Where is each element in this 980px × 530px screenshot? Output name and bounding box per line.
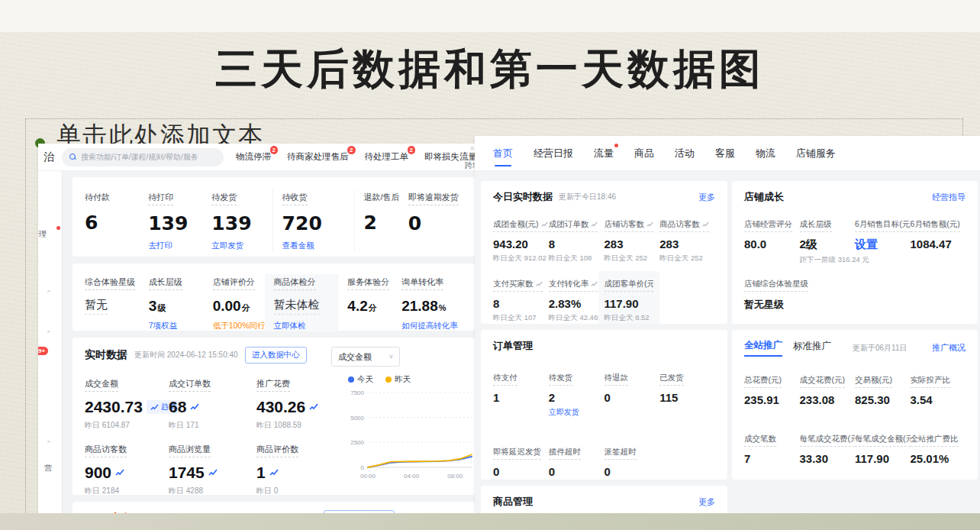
check-now-link[interactable]: 立即体检 <box>274 321 306 331</box>
svg-text:0: 0 <box>361 464 365 471</box>
nav-item-logistics-stalled[interactable]: 物流停滞2 <box>236 151 271 163</box>
order-pickup-timeout: 揽件超时 0 <box>549 444 604 478</box>
stat-to-receive: 待收货 720 查看金额 <box>272 189 354 251</box>
trend-icon <box>591 221 598 228</box>
promo-deal-spend: 成交花费(元) 233.08 <box>800 372 856 406</box>
tab-daily-report[interactable]: 经营日报 <box>534 136 573 171</box>
tab-products[interactable]: 商品 <box>634 136 654 171</box>
star-rating-value: 暂无星级 <box>744 298 965 312</box>
top-band <box>0 0 980 32</box>
stat-inquiry-conversion: 询单转化率 21.88% 如何提高转化率 <box>401 274 475 331</box>
order-pending-pay: 待支付 1 <box>493 370 549 418</box>
stat-value: 139 <box>211 212 267 234</box>
tab-shop-services[interactable]: 店铺服务 <box>796 136 836 171</box>
svg-text:04:00: 04:00 <box>404 473 420 480</box>
search-input[interactable]: 搜索功能/订单/课程/规则/帮助/服务 <box>62 148 224 166</box>
trend-icon <box>646 221 653 228</box>
metric-pay-conversion: 支付转化率 2.83% 昨日全天 42.46% <box>549 276 604 323</box>
metric-product-reviews: 商品评价数 1 昨日 0 <box>256 441 348 496</box>
trend-icon <box>208 469 218 477</box>
bottom-band <box>0 513 980 530</box>
trend-icon <box>115 469 124 477</box>
product-management-card: 商品管理 更多 在售中 已售罄 已下架 <box>481 486 727 513</box>
metric-product-visitors: 商品访客数 283 昨日全天 252 <box>659 216 715 263</box>
badge-count: 2 <box>270 146 278 154</box>
stat-value: 720 <box>282 212 350 234</box>
chevron-up-icon[interactable]: ⌃ <box>46 330 52 338</box>
tab-logistics[interactable]: 物流 <box>756 136 775 171</box>
chevron-down-icon: ˅ <box>389 353 393 360</box>
improve-conversion-link[interactable]: 如何提高转化率 <box>401 321 458 331</box>
slide-canvas: 三天后数据和第一天数据图 单击此处添加文本 治 搜索功能/订单/课程/规则/帮助… <box>0 0 980 530</box>
stat-value: 6 <box>85 212 143 234</box>
search-icon <box>69 154 76 160</box>
go-print-link[interactable]: 去打印 <box>148 241 172 251</box>
trend-icon <box>190 403 199 411</box>
svg-text:08:00: 08:00 <box>447 473 463 480</box>
promo-roi: 实际投产比 3.54 <box>911 372 966 406</box>
star-rating-label: 店铺综合体验星级 <box>744 279 808 292</box>
metric-product-views: 商品浏览量 1745 昨日 4288 <box>169 441 256 496</box>
metric-avg-order-value: 成团客单价(元) 117.90 昨日全天 8.52 <box>598 271 660 324</box>
tab-sitewide-promo[interactable]: 全站推广 <box>744 339 782 357</box>
tab-traffic[interactable]: 流量 <box>594 136 614 171</box>
stat-to-print: 待打印 139 去打印 <box>148 189 211 251</box>
chevron-up-icon[interactable]: ⌃ <box>46 440 52 448</box>
chevron-up-icon[interactable]: ⌃ <box>46 289 52 297</box>
ship-now-link[interactable]: 立即发货 <box>549 407 604 418</box>
window-corner-icon: ⌗ <box>470 145 474 153</box>
tab-home[interactable]: 首页 <box>493 136 513 171</box>
sidebar-badge-9plus: 9+ <box>38 347 48 355</box>
promo-618-bar: 618大促 大促报名进行中，提报商品抢流量 立即提报商品 进入大促作战室 <box>73 502 475 513</box>
promo-fee-ratio: 全站推广费比 25.01% <box>911 431 966 465</box>
legend-dot-today <box>348 376 354 383</box>
nav-item-pending-tickets[interactable]: 待处理工单2 <box>365 151 409 163</box>
benefits-link[interactable]: 7项权益 <box>149 321 177 331</box>
alert-nav-items: 物流停滞2 待商家处理售后2 待处理工单2 即将损失流量4 未读站内信68 <box>236 151 475 163</box>
view-amount-link[interactable]: 查看金额 <box>282 241 314 251</box>
metric-select-dropdown[interactable]: 成交金额 ˅ <box>331 347 400 367</box>
badge-count: 2 <box>408 146 415 154</box>
svg-text:00:00: 00:00 <box>360 473 376 480</box>
metric-june-sales-target: 6月销售目标(元) 设置 <box>855 216 911 265</box>
ship-now-link[interactable]: 立即发货 <box>211 241 243 251</box>
chart-legend: 今天 昨天 <box>348 374 475 385</box>
more-link[interactable]: 更多 <box>698 496 715 508</box>
shop-growth-card: 店铺成长 经营指导 店铺经营评分 80.0 成长层级 2级 距下一层级 316.… <box>732 181 978 324</box>
screenshot-day3-dashboard: 首页 经营日报 流量 商品 活动 客服 物流 店铺服务 今日实时数据 更新于今日… <box>475 136 980 513</box>
metric-product-visitors: 商品访客数 900 昨日 2184 <box>85 441 169 496</box>
trend-icon <box>591 281 598 287</box>
svg-text:7500: 7500 <box>350 389 364 396</box>
trend-icon <box>702 221 709 228</box>
metric-orders: 成交订单数 68 昨日 171 <box>169 376 256 431</box>
crossborder-label: 跨境 <box>465 160 475 171</box>
realtime-title: 实时数据 <box>85 348 127 362</box>
stat-refund-aftersale: 退款/售后 2 <box>354 189 408 251</box>
tab-customer-service[interactable]: 客服 <box>715 136 735 171</box>
stat-overdue-shipping: 即将逾期发货 0 <box>408 189 475 251</box>
left-top-navbar: 治 搜索功能/订单/课程/规则/帮助/服务 物流停滞2 待商家处理售后2 待处理… <box>38 144 475 171</box>
stat-service-score: 服务体验分 4.2分 <box>337 274 401 331</box>
order-management-card: 订单管理 待支付 1 待发货 2 立即发货 待退款 0 已发货 115 <box>481 330 727 480</box>
trend-icon <box>309 403 318 411</box>
site-logo-text: 治 <box>44 150 54 164</box>
tab-standard-promo[interactable]: 标准推广 <box>793 340 831 356</box>
stat-product-check: 商品体检分 暂未体检 立即体检 <box>265 274 338 331</box>
sidebar-red-dot <box>56 226 60 230</box>
page-title: 三天后数据和第一天数据图 <box>0 41 980 98</box>
sidebar-item-clipped[interactable]: 营 <box>44 463 52 473</box>
legend-today: 今天 <box>348 374 373 385</box>
badge-count: 2 <box>347 146 355 154</box>
data-center-button[interactable]: 进入数据中心 <box>245 347 307 364</box>
sidebar-item-manage[interactable]: 管理 <box>38 229 47 240</box>
tab-activities[interactable]: 活动 <box>675 136 695 171</box>
metric-ad-spend: 推广花费 430.26 昨日 1088.59 <box>256 376 348 431</box>
promo-overview-link[interactable]: 推广概况 <box>932 342 965 354</box>
nav-item-pending-aftersale[interactable]: 待商家处理售后2 <box>287 151 349 163</box>
svg-text:5000: 5000 <box>350 415 364 422</box>
business-guide-link[interactable]: 经营指导 <box>932 192 965 203</box>
set-target-link[interactable]: 设置 <box>855 238 911 252</box>
more-link[interactable]: 更多 <box>698 192 715 203</box>
metric-shop-visitors: 店铺访客数 283 昨日全天 252 <box>604 216 660 263</box>
stat-value: 暂无 <box>85 298 108 315</box>
